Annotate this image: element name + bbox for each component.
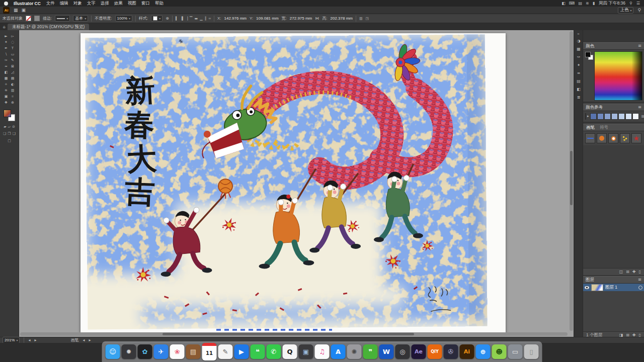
tab-brushes[interactable]: 画笔 (586, 125, 595, 131)
brushes-panel-icon[interactable]: ✑ (574, 53, 583, 61)
menubar-menu[interactable]: 选择 (101, 1, 109, 7)
symbol-sprayer-tool[interactable]: ✳ (3, 87, 10, 94)
fill-swatch[interactable] (26, 16, 31, 21)
gradient-panel-icon[interactable]: ▤ (574, 77, 583, 85)
vertical-scroll-thumb[interactable] (570, 151, 573, 205)
input-source-icon[interactable]: ◧ (561, 2, 566, 6)
visibility-eye-icon[interactable] (585, 286, 589, 289)
selection-tool[interactable]: ► (3, 33, 10, 39)
draw-behind-icon[interactable]: ❐ (8, 132, 11, 136)
wechat[interactable]: ❞ (363, 344, 378, 359)
x-value[interactable]: 142.976 mm (224, 16, 247, 21)
draw-inside-icon[interactable]: ❑ (13, 132, 16, 136)
color-guide-header[interactable]: 颜色参考 ≡ (583, 104, 644, 111)
apple-menu-icon[interactable] (4, 2, 8, 6)
workspace-switcher[interactable]: 上色▾ (618, 7, 633, 14)
type-tool[interactable]: T (10, 45, 16, 51)
menubar-menu[interactable]: 窗口 (141, 1, 150, 7)
facetime[interactable]: ✆ (267, 344, 281, 359)
menubar-menu[interactable]: 对象 (73, 1, 82, 7)
layer-thumbnail[interactable] (591, 284, 603, 291)
artboard-prev-icon[interactable]: ◂ (28, 338, 30, 342)
after-effects[interactable]: Ae (412, 344, 426, 359)
app-store[interactable]: A (331, 344, 346, 359)
android-emulator[interactable]: ☻ (492, 344, 507, 359)
mesh-tool[interactable]: ▦ (3, 75, 10, 81)
brush-ball[interactable] (597, 133, 607, 143)
messages[interactable]: ❝ (251, 344, 265, 359)
guide-swatch[interactable] (590, 113, 597, 120)
canvas-area[interactable]: 新 春 大 吉 (19, 30, 574, 337)
finder[interactable]: ☺ (106, 344, 120, 359)
brush-firework[interactable] (631, 133, 641, 143)
panel-menu-icon[interactable]: ≡ (638, 278, 641, 282)
word[interactable]: W (379, 344, 394, 359)
arrange-documents-icon[interactable]: ▣ (22, 8, 26, 13)
search-icon[interactable]: ⚲ (637, 8, 641, 13)
delete-brush-icon[interactable]: ▯ (639, 270, 641, 274)
notification-center-icon[interactable]: ☰ (636, 2, 640, 6)
brush-libraries-icon[interactable]: ◫ (619, 270, 623, 274)
zoom-tool[interactable]: ⊕ (10, 100, 16, 106)
guide-swatch[interactable] (597, 113, 604, 120)
collapse-panels-icon[interactable]: » (574, 30, 583, 37)
video-app[interactable]: ▶ (234, 344, 249, 359)
color-spectrum[interactable] (594, 51, 642, 101)
brush-ring[interactable] (608, 133, 618, 143)
artboard[interactable]: 新 春 大 吉 (80, 33, 506, 333)
siri[interactable]: ✿ (138, 344, 152, 359)
lasso-tool[interactable]: ◌ (10, 39, 16, 45)
wifi-icon[interactable]: ≋ (586, 2, 589, 6)
column-graph-tool[interactable]: ▥ (10, 87, 16, 94)
pencil-tool[interactable]: ✎ (10, 57, 16, 63)
screen-mode-icon[interactable]: ▢ (8, 139, 11, 143)
rectangle-tool[interactable]: ▭ (10, 51, 16, 57)
distribute-v-icon[interactable]: ═ (209, 17, 211, 21)
horizontal-scrollbar[interactable] (20, 332, 568, 336)
keyboard-icon[interactable]: ⌨ (569, 2, 575, 6)
menubar-menu[interactable]: 效果 (114, 1, 123, 7)
align-center-h-icon[interactable]: ▐ (180, 17, 183, 21)
color-panel-header[interactable]: 颜色 ≡ (583, 42, 644, 50)
layer-row[interactable]: 图层 1 (583, 284, 644, 291)
line-segment-tool[interactable]: ∖ (3, 51, 10, 57)
layer-target-icon[interactable] (638, 286, 642, 290)
stroke-weight-dropdown[interactable]: ▾ (55, 15, 70, 22)
horizontal-scroll-thumb[interactable] (163, 333, 414, 335)
qq-browser[interactable]: ⊕ (476, 344, 491, 359)
isolate-icon[interactable]: ◳ (366, 17, 369, 21)
textedit[interactable]: ✎ (218, 344, 233, 359)
brush-scatter[interactable] (620, 133, 630, 143)
direct-selection-tool[interactable]: ▻ (10, 33, 16, 39)
screen-mirroring[interactable]: ▣ (299, 344, 313, 359)
document-tab[interactable]: 未标题-1* @ 201% (CMYK/GPU 预览) (8, 24, 89, 30)
slice-tool[interactable]: ⌗ (10, 94, 16, 100)
menubar-menu[interactable]: 文件 (46, 1, 55, 7)
display-icon[interactable]: ▤ (578, 2, 582, 6)
menubar-menu[interactable]: 帮助 (155, 1, 164, 7)
tab-symbols[interactable]: 符号 (600, 125, 608, 131)
guide-swatch[interactable] (611, 113, 618, 120)
stroke-swatch[interactable] (34, 16, 40, 21)
symbols-panel-icon[interactable]: ✦ (574, 61, 583, 69)
photos[interactable]: ❀ (170, 344, 185, 359)
box-app[interactable]: ▤ (186, 344, 201, 359)
align-top-icon[interactable]: ▔ (190, 17, 192, 21)
qq[interactable]: Q (283, 344, 297, 359)
minimized-window[interactable]: ▭ (508, 344, 523, 359)
opacity-dropdown[interactable]: 100%▾ (115, 15, 132, 22)
home-icon[interactable]: ⌂ (3, 25, 6, 29)
brush-definition-dropdown[interactable]: 基本▾ (73, 15, 88, 22)
illustrator[interactable]: Ai (460, 344, 474, 359)
paintbrush-tool[interactable]: ✑ (3, 57, 10, 63)
shape-builder-tool[interactable]: ◧ (3, 69, 10, 75)
calendar-november[interactable]: 11 (202, 343, 217, 360)
fill-stroke-indicator[interactable] (4, 110, 16, 122)
align-bottom-icon[interactable]: ▁ (200, 17, 202, 21)
gradient-tool[interactable]: ▤ (10, 75, 16, 81)
itunes[interactable]: ♫ (315, 344, 330, 359)
appearance-panel-icon[interactable]: ≣ (574, 94, 583, 102)
limit-colors-icon[interactable]: ⊞ (641, 115, 644, 119)
vertical-scrollbar[interactable] (570, 31, 573, 331)
align-left-icon[interactable]: ▍ (176, 17, 178, 21)
